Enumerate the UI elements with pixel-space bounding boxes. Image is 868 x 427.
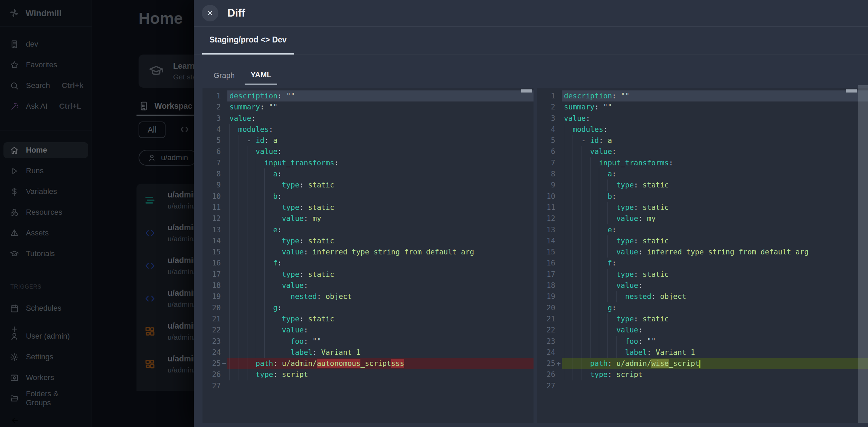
code-line: 8 a:: [537, 168, 868, 179]
line-number: 3: [537, 113, 562, 124]
code-line: 20 g:: [202, 302, 534, 313]
code-line: 5 - id: a: [537, 135, 868, 146]
diff-editor-left[interactable]: 1description: ""2summary: ""3value:4 mod…: [202, 88, 534, 423]
line-number: 5: [202, 135, 227, 146]
line-number: 8: [537, 168, 562, 179]
modal-header: × Diff: [194, 0, 868, 27]
code-line: 17 type: static: [537, 269, 868, 280]
diff-editor-right[interactable]: 1description: ""2summary: ""3value:4 mod…: [537, 88, 868, 423]
code-line: 11 type: static: [537, 202, 868, 213]
code-line: 10 b:: [537, 191, 868, 202]
code-line: 11 type: static: [202, 202, 534, 213]
line-number: 18: [537, 280, 562, 291]
line-number: 18: [202, 280, 227, 291]
code-line: 12 value: my: [202, 213, 534, 224]
line-number: 19: [202, 291, 227, 302]
code-line: 7 input_transforms:: [202, 157, 534, 168]
code-line: 22 value:: [202, 324, 534, 336]
close-icon: ×: [207, 8, 213, 19]
line-number: 22: [202, 324, 227, 336]
code-line: 12 value: my: [537, 213, 868, 224]
line-number: 23: [202, 336, 227, 347]
scrollbar-thumb[interactable]: [521, 89, 532, 93]
tab-yaml[interactable]: YAML: [245, 66, 277, 85]
line-number: 10: [202, 191, 227, 202]
line-number: 20: [202, 302, 227, 313]
modal-scrollbar[interactable]: [858, 85, 868, 423]
code-line: 3value:: [537, 113, 868, 124]
line-number: 12: [202, 213, 227, 224]
code-line: 9 type: static: [537, 179, 868, 191]
code-line: 18 value:: [537, 280, 868, 291]
code-line: 26 type: script: [202, 369, 534, 380]
line-number: 4: [202, 124, 227, 135]
line-number: 19: [537, 291, 562, 302]
code-line: 4 modules:: [537, 124, 868, 135]
diff-modal: × Diff Staging/prod <> Dev Graph YAML 1d…: [194, 0, 868, 427]
code-line: 10 b:: [202, 191, 534, 202]
code-line: 9 type: static: [202, 179, 534, 191]
line-number: 2: [537, 101, 562, 113]
code-line: 25+ path: u/admin/wise_script: [537, 358, 868, 369]
line-number: 7: [537, 157, 562, 168]
code-line: 15 value: inferred type string from defa…: [537, 246, 868, 258]
line-number: 22: [537, 324, 562, 336]
line-number: 1: [537, 90, 562, 101]
diff-view-tabbar: Graph YAML: [194, 66, 868, 85]
line-number: 7: [202, 157, 227, 168]
code-line: 1description: "": [202, 90, 534, 101]
close-button[interactable]: ×: [202, 5, 218, 21]
code-line: 13 e:: [202, 224, 534, 235]
code-line: 27: [537, 380, 868, 391]
line-number: 17: [202, 269, 227, 280]
line-number: 27: [202, 380, 227, 391]
code-line: 7 input_transforms:: [537, 157, 868, 168]
code-line: 20 g:: [537, 302, 868, 313]
line-number: 10: [537, 191, 562, 202]
line-number: 9: [537, 179, 562, 191]
code-line: 25− path: u/admin/autonomous_scriptsss: [202, 358, 534, 369]
code-line: 14 type: static: [202, 235, 534, 246]
code-line: 2summary: "": [537, 101, 868, 113]
code-line: 16 f:: [537, 258, 868, 269]
tab-graph[interactable]: Graph: [208, 66, 240, 85]
line-number: 15: [202, 246, 227, 258]
code-line: 17 type: static: [202, 269, 534, 280]
line-number: 14: [537, 235, 562, 246]
code-line: 18 value:: [202, 280, 534, 291]
code-line: 21 type: static: [537, 313, 868, 324]
code-line: 5 - id: a: [202, 135, 534, 146]
code-line: 3value:: [202, 113, 534, 124]
code-line: 24 label: Variant 1: [537, 347, 868, 358]
line-number: 20: [537, 302, 562, 313]
code-line: 26 type: script: [537, 369, 868, 380]
line-number: 24: [202, 347, 227, 358]
line-number: 5: [537, 135, 562, 146]
line-number: 16: [202, 258, 227, 269]
code-line: 8 a:: [202, 168, 534, 179]
line-number: 11: [537, 202, 562, 213]
code-line: 14 type: static: [537, 235, 868, 246]
diff-section-tabbar: Staging/prod <> Dev: [194, 27, 868, 55]
line-number: 27: [537, 380, 562, 391]
tab-staging-prod-dev[interactable]: Staging/prod <> Dev: [202, 27, 294, 55]
diff-editors: 1description: ""2summary: ""3value:4 mod…: [202, 88, 868, 423]
code-line: 19 nested: object: [537, 291, 868, 302]
scrollbar-thumb[interactable]: [846, 89, 857, 93]
line-number: 13: [202, 224, 227, 235]
line-number: 3: [202, 113, 227, 124]
line-number: 21: [537, 313, 562, 324]
line-number: 12: [537, 213, 562, 224]
code-line: 22 value:: [537, 324, 868, 336]
code-line: 15 value: inferred type string from defa…: [202, 246, 534, 258]
line-number: 8: [202, 168, 227, 179]
line-number: 25+: [537, 358, 562, 369]
line-number: 15: [537, 246, 562, 258]
code-line: 4 modules:: [202, 124, 534, 135]
code-line: 16 f:: [202, 258, 534, 269]
code-line: 24 label: Variant 1: [202, 347, 534, 358]
line-number: 23: [537, 336, 562, 347]
line-number: 24: [537, 347, 562, 358]
line-number: 26: [202, 369, 227, 380]
line-number: 9: [202, 179, 227, 191]
